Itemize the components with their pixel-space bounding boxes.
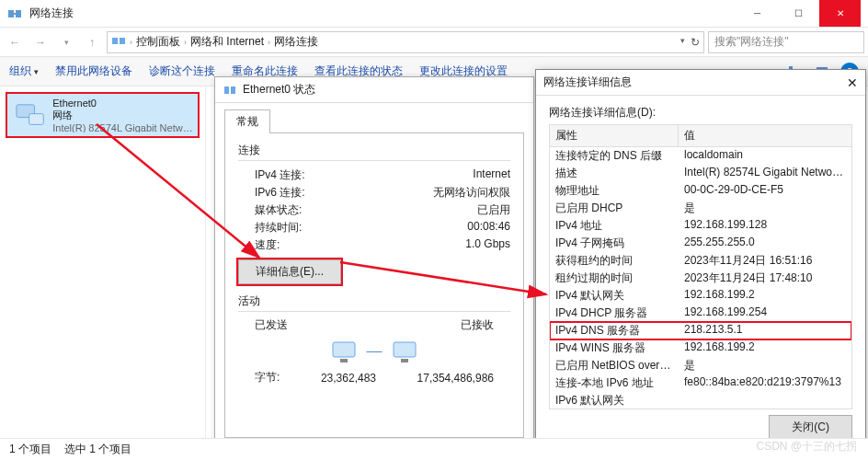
computer-icon (390, 339, 419, 364)
adapter-item[interactable]: Ethernet0 网络 Intel(R) 82574L Gigabit Net… (6, 92, 200, 138)
titlebar: 网络连接 ─ ☐ ✕ (0, 0, 868, 28)
col-property[interactable]: 属性 (550, 125, 679, 146)
property-row[interactable]: IPv4 WINS 服务器192.168.199.2 (550, 339, 851, 357)
history-dropdown-icon[interactable]: ▾ (680, 36, 685, 49)
group-connection: 连接 (238, 143, 510, 161)
property-row[interactable]: 已启用 NetBIOS over Tcpip是 (550, 357, 851, 374)
dialog-icon (223, 83, 237, 98)
close-button[interactable]: 关闭(C) (769, 415, 852, 440)
app-icon (7, 6, 22, 21)
svg-rect-3 (112, 38, 118, 44)
forward-button[interactable]: → (29, 31, 51, 53)
detail-title: 网络连接详细信息 (543, 75, 632, 90)
chevron-right-icon: › (268, 38, 270, 47)
recv-label: 已接收 (461, 317, 494, 333)
adapter-list: Ethernet0 网络 Intel(R) 82574L Gigabit Net… (0, 86, 206, 438)
detail-dialog: 网络连接详细信息 ✕ 网络连接详细信息(D): 属性 值 连接特定的 DNS 后… (535, 69, 866, 459)
search-placeholder: 搜索"网络连接" (714, 34, 789, 50)
svg-rect-15 (340, 359, 348, 362)
address-bar: ← → ▾ ↑ › 控制面板 › 网络和 Internet › 网络连接 ▾ ↻… (0, 28, 868, 57)
svg-rect-14 (333, 342, 355, 357)
property-row[interactable]: IPv4 DNS 服务器218.213.5.1 (550, 322, 851, 339)
bytes-label: 字节: (255, 370, 280, 385)
svg-rect-11 (29, 114, 44, 125)
status-row: 媒体状态:已启用 (238, 201, 510, 219)
chevron-right-icon: › (130, 38, 132, 47)
watermark: CSDN @十三的七拐 (756, 439, 857, 454)
tab-general[interactable]: 常规 (224, 109, 270, 133)
up-button[interactable]: ↑ (81, 31, 103, 53)
window-title: 网络连接 (29, 6, 74, 21)
maximize-button[interactable]: ☐ (778, 0, 819, 27)
breadcrumb[interactable]: › 控制面板 › 网络和 Internet › 网络连接 ▾ ↻ (107, 31, 704, 53)
details-button[interactable]: 详细信息(E)... (238, 259, 341, 284)
minimize-button[interactable]: ─ (737, 0, 778, 27)
computer-icon (329, 339, 359, 364)
bytes-sent: 23,362,483 (321, 372, 376, 385)
selection-count: 选中 1 个项目 (64, 442, 131, 457)
status-row: IPv6 连接:无网络访问权限 (238, 184, 510, 201)
property-row[interactable]: 获得租约的时间2023年11月24日 16:51:16 (550, 252, 851, 270)
adapter-status: 网络 (52, 109, 194, 122)
close-icon[interactable]: ✕ (847, 75, 858, 90)
status-row: 速度:1.0 Gbps (238, 236, 510, 254)
crumb-mid[interactable]: 网络和 Internet (190, 34, 264, 50)
adapter-icon (11, 98, 47, 132)
status-title: Ethernet0 状态 (243, 82, 315, 98)
sent-label: 已发送 (255, 317, 288, 333)
property-row[interactable]: 连接特定的 DNS 后缀localdomain (550, 147, 851, 165)
detail-label: 网络连接详细信息(D): (549, 105, 852, 121)
property-row[interactable]: IPv4 默认网关192.168.199.2 (550, 287, 851, 305)
col-value[interactable]: 值 (679, 125, 701, 146)
folder-icon (111, 33, 126, 51)
status-row: 持续时间:00:08:46 (238, 219, 510, 236)
adapter-desc: Intel(R) 82574L Gigabit Netwo... (52, 122, 194, 132)
svg-rect-1 (16, 10, 21, 17)
status-row: IPv4 连接:Internet (238, 167, 510, 184)
refresh-icon[interactable]: ↻ (691, 36, 700, 49)
property-row[interactable]: IPv6 默认网关 (550, 392, 851, 409)
crumb-root[interactable]: 控制面板 (136, 34, 180, 50)
history-dropdown[interactable]: ▾ (55, 31, 77, 53)
detail-dialog-titlebar[interactable]: 网络连接详细信息 ✕ (536, 70, 865, 96)
tab-content: 连接 IPv4 连接:InternetIPv6 连接:无网络访问权限媒体状态:已… (224, 132, 524, 438)
property-list[interactable]: 属性 值 连接特定的 DNS 后缀localdomain描述Intel(R) 8… (549, 124, 852, 409)
property-row[interactable]: 物理地址00-0C-29-0D-CE-F5 (550, 182, 851, 200)
back-button[interactable]: ← (4, 31, 26, 53)
toolbar-organize[interactable]: 组织 (9, 63, 39, 79)
svg-rect-4 (120, 38, 125, 44)
bytes-recv: 17,354,486,986 (417, 372, 494, 385)
svg-rect-12 (224, 86, 229, 94)
toolbar-diagnose[interactable]: 诊断这个连接 (149, 63, 215, 79)
status-dialog: Ethernet0 状态 常规 连接 IPv4 连接:InternetIPv6 … (214, 76, 534, 452)
property-row[interactable]: IPv4 地址192.168.199.128 (550, 217, 851, 235)
toolbar-disable[interactable]: 禁用此网络设备 (55, 63, 132, 79)
svg-rect-16 (394, 342, 416, 357)
chevron-right-icon: › (184, 38, 187, 47)
svg-rect-0 (8, 10, 14, 17)
svg-rect-17 (401, 359, 408, 362)
property-row[interactable]: 租约过期的时间2023年11月24日 17:48:10 (550, 270, 851, 287)
arrow-icon: ── (366, 345, 382, 358)
group-activity: 活动 (238, 293, 510, 312)
close-button[interactable]: ✕ (819, 0, 861, 27)
property-row[interactable]: IPv4 子网掩码255.255.255.0 (550, 235, 851, 252)
property-row[interactable]: 已启用 DHCP是 (550, 200, 851, 217)
property-row[interactable]: 连接-本地 IPv6 地址fe80::84ba:e820:d219:3797%1… (550, 374, 851, 392)
status-dialog-titlebar[interactable]: Ethernet0 状态 (215, 77, 533, 103)
property-row[interactable]: 描述Intel(R) 82574L Gigabit Network Connec… (550, 165, 851, 182)
search-input[interactable]: 搜索"网络连接" (708, 31, 864, 53)
crumb-leaf[interactable]: 网络连接 (274, 34, 318, 50)
adapter-name: Ethernet0 (52, 98, 194, 109)
item-count: 1 个项目 (9, 442, 51, 457)
statusbar: 1 个项目 选中 1 个项目 (0, 438, 868, 460)
property-row[interactable]: IPv4 DHCP 服务器192.168.199.254 (550, 305, 851, 322)
svg-rect-13 (231, 86, 235, 94)
